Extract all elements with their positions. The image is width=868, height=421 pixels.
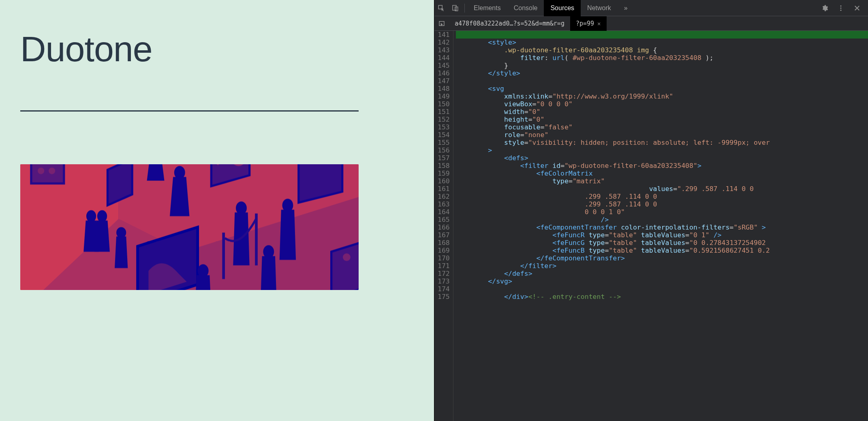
code-line[interactable]: <defs> <box>456 154 868 162</box>
code-line[interactable]: } <box>456 62 868 69</box>
code-line[interactable]: style="visibility: hidden; position: abs… <box>456 139 868 146</box>
tab-sources[interactable]: Sources <box>544 0 581 16</box>
code-line[interactable]: </feComponentTransfer> <box>456 254 868 262</box>
svg-rect-36 <box>453 5 456 10</box>
settings-icon[interactable] <box>818 0 832 16</box>
code-line[interactable]: width="0" <box>456 108 868 116</box>
code-line[interactable]: <feFuncG type="table" tableValues="0 0.2… <box>456 239 868 247</box>
code-line[interactable]: values=".299 .587 .114 0 0 <box>456 185 868 193</box>
svg-point-21 <box>97 210 107 222</box>
file-tab-label: a478f08a3222ad0…?s=52&d=mm&r=g <box>455 16 564 31</box>
svg-point-13 <box>343 253 351 261</box>
file-tab-avatar[interactable]: a478f08a3222ad0…?s=52&d=mm&r=g <box>449 16 570 31</box>
code-line[interactable] <box>456 31 868 39</box>
code-line[interactable]: </filter> <box>456 262 868 270</box>
code-line[interactable]: .299 .587 .114 0 0 <box>456 193 868 200</box>
code-line[interactable]: <feFuncB type="table" tableValues="0.592… <box>456 247 868 254</box>
svg-marker-22 <box>94 221 110 252</box>
navigator-toggle-icon[interactable] <box>434 16 449 31</box>
svg-point-38 <box>840 5 842 6</box>
tab-console[interactable]: Console <box>507 0 544 16</box>
code-line[interactable]: <style> <box>456 39 868 46</box>
close-tab-icon[interactable]: ✕ <box>597 16 601 31</box>
svg-point-6 <box>38 168 44 174</box>
title-divider <box>20 110 359 112</box>
svg-marker-18 <box>170 177 189 216</box>
device-toggle-icon[interactable] <box>448 0 462 16</box>
tab-network[interactable]: Network <box>581 0 618 16</box>
tab-elements[interactable]: Elements <box>467 0 507 16</box>
code-line[interactable]: .299 .587 .114 0 0 <box>456 200 868 208</box>
svg-marker-28 <box>261 256 277 290</box>
svg-marker-30 <box>195 275 211 290</box>
line-number-gutter: 1411421431441451461471481491501511521531… <box>434 31 453 421</box>
code-line[interactable]: </defs> <box>456 270 868 277</box>
code-line[interactable]: .wp-duotone-filter-60aa203235408 img { <box>456 46 868 54</box>
svg-point-7 <box>49 168 55 174</box>
code-line[interactable]: <filter id="wp-duotone-filter-60aa203235… <box>456 162 868 170</box>
code-line[interactable]: role="none" <box>456 131 868 139</box>
code-line[interactable]: viewBox="0 0 0 0" <box>456 100 868 108</box>
code-line[interactable] <box>456 77 868 85</box>
page-title: Duotone <box>20 28 414 70</box>
svg-point-19 <box>86 210 96 222</box>
svg-marker-26 <box>280 210 296 260</box>
svg-marker-16 <box>147 164 164 181</box>
code-line[interactable]: <feFuncR type="table" tableValues="0 1" … <box>456 231 868 239</box>
svg-rect-5 <box>31 164 64 183</box>
file-tab-label: ?p=99 <box>576 16 594 31</box>
inspect-element-icon[interactable] <box>434 0 448 16</box>
code-line[interactable]: </div><!-- .entry-content --> <box>456 293 868 301</box>
code-line[interactable]: <feColorMatrix <box>456 170 868 177</box>
svg-rect-34 <box>222 232 225 279</box>
kebab-menu-icon[interactable] <box>834 0 848 16</box>
code-line[interactable]: /> <box>456 216 868 223</box>
code-line[interactable] <box>456 285 868 293</box>
code-line[interactable]: xmlns:xlink="http://www.w3.org/1999/xlin… <box>456 92 868 100</box>
code-line[interactable]: height="0" <box>456 116 868 123</box>
code-line[interactable]: <feComponentTransfer color-interpolation… <box>456 223 868 231</box>
code-line[interactable]: 0 0 0 1 0" <box>456 208 868 216</box>
devtools-topbar: Elements Console Sources Network » <box>434 0 868 16</box>
svg-point-40 <box>840 9 842 11</box>
code-line[interactable]: <svg <box>456 85 868 92</box>
code-lines[interactable]: <style> .wp-duotone-filter-60aa203235408… <box>453 31 868 421</box>
file-tab-page[interactable]: ?p=99 ✕ <box>570 16 607 31</box>
code-line[interactable]: focusable="false" <box>456 123 868 131</box>
code-line[interactable]: </style> <box>456 69 868 77</box>
page-preview: Duotone <box>0 0 434 421</box>
tab-more[interactable]: » <box>618 0 634 16</box>
close-devtools-icon[interactable] <box>850 0 864 16</box>
devtools-panel: Elements Console Sources Network » <box>434 0 868 421</box>
code-line[interactable]: </svg> <box>456 277 868 285</box>
sources-file-tabs: a478f08a3222ad0…?s=52&d=mm&r=g ?p=99 ✕ <box>434 16 868 31</box>
topbar-separator <box>464 4 465 13</box>
duotone-image <box>20 164 359 290</box>
code-line[interactable]: > <box>456 146 868 154</box>
source-code-view[interactable]: 1411421431441451461471481491501511521531… <box>434 31 868 421</box>
svg-point-39 <box>840 7 842 9</box>
code-line[interactable]: filter: url( #wp-duotone-filter-60aa2032… <box>456 54 868 62</box>
code-line[interactable]: type="matrix" <box>456 177 868 185</box>
svg-marker-32 <box>115 236 128 268</box>
